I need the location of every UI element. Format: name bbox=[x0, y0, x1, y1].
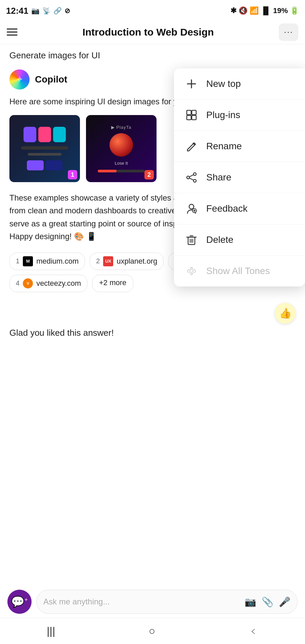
page-title: Introduction to Web Design bbox=[82, 26, 214, 38]
chat-icon: 💬+ bbox=[11, 595, 28, 608]
input-actions: 📷 📎 🎤 bbox=[245, 596, 291, 607]
battery-icon: 🔋 bbox=[290, 6, 299, 15]
delete-icon bbox=[184, 232, 199, 247]
medium-logo: M bbox=[23, 256, 33, 266]
camera-status-icon: 📷 bbox=[31, 7, 40, 15]
ask-placeholder: Ask me anything... bbox=[43, 597, 245, 606]
plugins-icon bbox=[184, 108, 199, 122]
copilot-name: Copilot bbox=[35, 74, 67, 85]
dropdown-item-delete[interactable]: Delete bbox=[174, 224, 305, 256]
rename-label: Rename bbox=[206, 141, 242, 152]
dropdown-item-new-topic[interactable]: New top bbox=[174, 68, 305, 100]
source-chip-2[interactable]: 2 UX uxplanet.org bbox=[90, 253, 164, 270]
ui-image-1: 1 bbox=[9, 115, 80, 182]
dropdown-item-share[interactable]: Share bbox=[174, 162, 305, 193]
dropdown-item-feedback[interactable]: Feedback bbox=[174, 193, 305, 224]
source-1-name: medium.com bbox=[36, 257, 79, 266]
dropdown-item-rename[interactable]: Rename bbox=[174, 131, 305, 162]
svg-line-11 bbox=[189, 178, 193, 180]
svg-rect-4 bbox=[187, 115, 191, 120]
battery-text: 19% bbox=[273, 6, 288, 15]
block-icon: ⊘ bbox=[64, 7, 70, 15]
nav-back-lines[interactable]: ||| bbox=[47, 625, 55, 637]
status-bar: 12:41 📷 📡 🔗 ⊘ ✱ 🔇 📶 ▐▌ 19% 🔋 bbox=[0, 0, 305, 20]
generate-text: Generate images for UI bbox=[9, 50, 296, 61]
link-icon: 🔗 bbox=[53, 7, 62, 15]
svg-point-22 bbox=[187, 270, 190, 272]
copilot-logo: ✦ bbox=[9, 69, 30, 90]
svg-rect-5 bbox=[192, 115, 196, 120]
svg-point-24 bbox=[193, 270, 195, 272]
more-button[interactable]: ··· bbox=[279, 23, 298, 41]
image-1-badge: 1 bbox=[68, 170, 77, 179]
mute-icon: 🔇 bbox=[238, 6, 248, 15]
svg-line-10 bbox=[189, 175, 193, 177]
camera-input-icon[interactable]: 📷 bbox=[245, 596, 256, 607]
plugins-label: Plug-ins bbox=[206, 110, 240, 120]
bottom-input-bar: 💬+ Ask me anything... 📷 📎 🎤 bbox=[0, 586, 305, 617]
svg-point-12 bbox=[189, 204, 194, 209]
share-label: Share bbox=[206, 172, 231, 183]
chat-new-button[interactable]: 💬+ bbox=[7, 590, 32, 614]
bluetooth-icon: ✱ bbox=[230, 6, 236, 15]
nav-bar: ||| ○ ﹤ bbox=[0, 618, 305, 644]
new-topic-label: New top bbox=[206, 78, 241, 89]
dropdown-item-plugins[interactable]: Plug-ins bbox=[174, 100, 305, 131]
feedback-icon bbox=[184, 201, 199, 216]
source-2-name: uxplanet.org bbox=[117, 257, 157, 266]
rename-icon bbox=[184, 139, 199, 154]
wifi-icon: 📶 bbox=[250, 6, 259, 15]
delete-label: Delete bbox=[206, 234, 233, 245]
status-time: 12:41 📷 📡 🔗 ⊘ bbox=[6, 6, 70, 16]
source-chip-1[interactable]: 1 M medium.com bbox=[9, 253, 85, 270]
nav-back-arrow[interactable]: ﹤ bbox=[249, 625, 258, 638]
ux-logo: UX bbox=[103, 256, 113, 266]
more-sources-chip[interactable]: +2 more bbox=[92, 275, 133, 292]
svg-point-9 bbox=[193, 179, 196, 182]
svg-point-25 bbox=[190, 273, 192, 275]
signal-icon: ▐▌ bbox=[261, 6, 271, 15]
share-icon bbox=[184, 170, 199, 185]
svg-point-8 bbox=[187, 176, 189, 179]
source-4-name: vecteezy.com bbox=[36, 279, 81, 288]
svg-rect-2 bbox=[187, 110, 191, 115]
feedback-label: Feedback bbox=[206, 203, 248, 214]
new-topic-icon bbox=[184, 76, 199, 91]
thumbs-up-button[interactable]: 👍 bbox=[275, 303, 296, 324]
thumbs-row: 👍 bbox=[9, 303, 296, 324]
nav-home-circle[interactable]: ○ bbox=[149, 625, 155, 637]
ui-image-2: ▶ PlayTa Lose It 2 bbox=[86, 115, 157, 182]
dropdown-menu: New top Plug-ins Rename bbox=[174, 68, 305, 286]
hamburger-menu[interactable] bbox=[7, 29, 17, 36]
top-bar: Introduction to Web Design ··· bbox=[0, 20, 305, 44]
dropdown-item-show-all-tones: Show All Tones bbox=[174, 256, 305, 286]
show-all-tones-label: Show All Tones bbox=[206, 266, 270, 276]
image-2-badge: 2 bbox=[144, 170, 154, 179]
clip-input-icon[interactable]: 📎 bbox=[262, 596, 273, 607]
ask-input-box[interactable]: Ask me anything... 📷 📎 🎤 bbox=[36, 590, 298, 614]
vecteezy-logo: V bbox=[23, 278, 33, 288]
show-all-tones-icon bbox=[184, 264, 199, 278]
svg-rect-3 bbox=[192, 110, 196, 115]
svg-point-7 bbox=[193, 173, 196, 175]
svg-point-23 bbox=[190, 267, 192, 269]
status-right-icons: ✱ 🔇 📶 ▐▌ 19% 🔋 bbox=[230, 6, 299, 15]
mic-input-icon[interactable]: 🎤 bbox=[279, 596, 291, 607]
source-chip-4[interactable]: 4 V vecteezy.com bbox=[9, 275, 87, 292]
glad-text: Glad you liked this answer! bbox=[9, 328, 296, 338]
cast-icon: 📡 bbox=[42, 7, 51, 15]
